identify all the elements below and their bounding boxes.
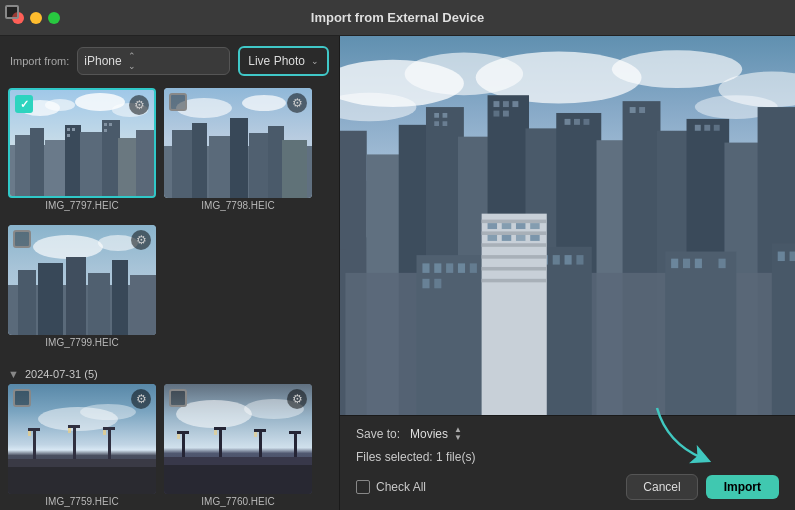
svg-rect-18 — [109, 123, 112, 126]
title-bar: Import from External Device — [0, 0, 795, 36]
svg-rect-35 — [18, 270, 36, 335]
svg-rect-68 — [289, 431, 301, 434]
maximize-button[interactable] — [48, 12, 60, 24]
svg-rect-45 — [28, 428, 40, 431]
svg-rect-123 — [470, 263, 477, 272]
photo-row-3: ⚙ IMG_7759.HEIC — [8, 384, 331, 510]
photo-thumb-5[interactable]: ⚙ — [164, 384, 312, 494]
thumb-checkbox-1[interactable] — [15, 95, 33, 113]
photo-grid: ⚙ IMG_7797.HEIC — [0, 84, 339, 510]
thumb-checkbox-2[interactable] — [169, 93, 187, 111]
photo-thumb-3[interactable]: ⚙ — [8, 225, 156, 335]
svg-rect-69 — [164, 462, 312, 494]
svg-rect-39 — [112, 260, 128, 335]
thumb-settings-5[interactable]: ⚙ — [287, 389, 307, 409]
import-from-label: Import from: — [10, 55, 69, 67]
svg-rect-144 — [482, 279, 547, 283]
svg-rect-12 — [118, 138, 138, 198]
svg-rect-99 — [443, 121, 448, 126]
photo-filename-3: IMG_7799.HEIC — [45, 337, 118, 348]
svg-rect-120 — [434, 263, 441, 272]
svg-rect-142 — [482, 255, 547, 259]
svg-rect-121 — [446, 263, 453, 272]
svg-rect-25 — [192, 123, 207, 198]
svg-rect-135 — [790, 252, 795, 261]
thumb-settings-2[interactable]: ⚙ — [287, 93, 307, 113]
svg-rect-36 — [38, 263, 63, 335]
svg-rect-49 — [68, 428, 71, 433]
check-all-wrap: Check All — [356, 480, 426, 494]
svg-rect-40 — [130, 275, 156, 335]
import-button[interactable]: Import — [706, 475, 779, 499]
svg-rect-151 — [516, 235, 525, 241]
svg-rect-145 — [488, 223, 497, 229]
svg-rect-127 — [553, 255, 560, 264]
save-to-label: Save to: — [356, 427, 400, 441]
check-all-checkbox[interactable] — [356, 480, 370, 494]
svg-rect-146 — [502, 223, 511, 229]
right-panel: Save to: Movies ▲ ▼ Files selected: 1 fi… — [340, 36, 795, 510]
svg-point-32 — [33, 235, 103, 259]
svg-rect-150 — [502, 235, 511, 241]
photo-item-3: ⚙ IMG_7799.HEIC — [8, 225, 156, 354]
photo-row-1: ⚙ IMG_7797.HEIC — [8, 88, 331, 217]
svg-rect-148 — [530, 223, 539, 229]
save-to-select[interactable]: Movies ▲ ▼ — [410, 426, 462, 442]
svg-point-22 — [242, 95, 286, 111]
save-to-arrows-icon: ▲ ▼ — [454, 426, 462, 442]
svg-rect-103 — [493, 111, 499, 117]
save-to-value: Movies — [410, 427, 448, 441]
svg-rect-10 — [80, 132, 102, 198]
photo-filename-4: IMG_7759.HEIC — [45, 496, 118, 507]
thumb-settings-1[interactable]: ⚙ — [129, 95, 149, 115]
thumb-settings-4[interactable]: ⚙ — [131, 389, 151, 409]
thumb-checkbox-5[interactable] — [169, 389, 187, 407]
svg-rect-29 — [268, 126, 284, 198]
svg-rect-132 — [695, 259, 702, 268]
chevron-up-down-icon: ⌃⌄ — [128, 51, 136, 71]
photo-row-2: ⚙ IMG_7799.HEIC — [8, 225, 331, 354]
check-all-label: Check All — [376, 480, 426, 494]
type-select[interactable]: Live Photo ⌄ — [238, 46, 329, 76]
svg-rect-102 — [512, 101, 518, 107]
svg-rect-70 — [164, 457, 312, 465]
svg-rect-13 — [136, 130, 156, 198]
action-row: Check All Cance — [356, 474, 779, 500]
svg-rect-152 — [530, 235, 539, 241]
svg-rect-114 — [340, 249, 345, 415]
svg-rect-119 — [422, 263, 429, 272]
svg-rect-147 — [516, 223, 525, 229]
svg-rect-134 — [778, 252, 785, 261]
svg-rect-143 — [482, 267, 547, 271]
svg-rect-124 — [422, 279, 429, 288]
section-date: 2024-07-31 (5) — [25, 368, 98, 380]
section-toggle-icon[interactable]: ▼ — [8, 368, 19, 380]
photo-thumb-4[interactable]: ⚙ — [8, 384, 156, 494]
svg-rect-46 — [28, 431, 31, 436]
thumb-checkbox-3[interactable] — [13, 230, 31, 248]
device-select-text: iPhone — [84, 54, 121, 68]
files-selected: Files selected: 1 file(s) — [356, 450, 779, 464]
cancel-button[interactable]: Cancel — [626, 474, 697, 500]
thumb-settings-3[interactable]: ⚙ — [131, 230, 151, 250]
svg-rect-128 — [565, 255, 572, 264]
photo-filename-1: IMG_7797.HEIC — [45, 200, 118, 211]
photo-item-5: ⚙ IMG_7760.HEIC — [164, 384, 312, 510]
svg-rect-24 — [172, 130, 192, 198]
thumb-checkbox-4[interactable] — [13, 389, 31, 407]
svg-rect-104 — [503, 111, 509, 117]
device-select[interactable]: iPhone ⌃⌄ — [77, 47, 230, 75]
svg-rect-59 — [177, 431, 189, 434]
svg-rect-105 — [565, 119, 571, 125]
svg-rect-48 — [68, 425, 80, 428]
minimize-button[interactable] — [30, 12, 42, 24]
svg-rect-106 — [574, 119, 580, 125]
svg-rect-133 — [719, 259, 726, 268]
photo-thumb-1[interactable]: ⚙ — [8, 88, 156, 198]
photo-item-4: ⚙ IMG_7759.HEIC — [8, 384, 156, 510]
svg-rect-100 — [493, 101, 499, 107]
svg-rect-38 — [88, 273, 110, 335]
svg-rect-108 — [630, 107, 636, 113]
section-header: ▼ 2024-07-31 (5) — [8, 362, 331, 384]
photo-thumb-2[interactable]: ⚙ — [164, 88, 312, 198]
